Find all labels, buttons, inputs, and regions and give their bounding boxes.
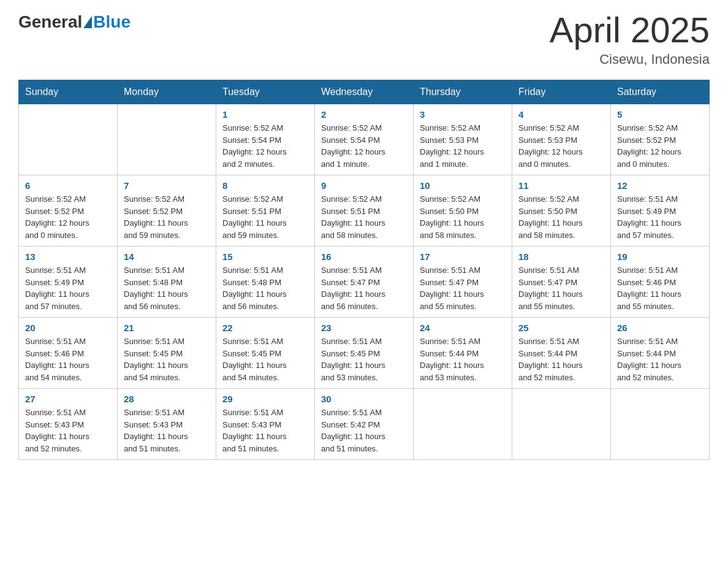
day-info: Sunrise: 5:51 AMSunset: 5:42 PMDaylight:… [321,407,407,454]
day-info: Sunrise: 5:51 AMSunset: 5:48 PMDaylight:… [222,264,308,312]
day-info: Sunrise: 5:52 AMSunset: 5:52 PMDaylight:… [25,193,111,241]
table-row: 28Sunrise: 5:51 AMSunset: 5:43 PMDayligh… [118,389,216,460]
table-row [118,104,216,175]
header-sunday: Sunday [19,80,118,104]
day-info: Sunrise: 5:52 AMSunset: 5:53 PMDaylight:… [518,122,604,170]
day-info: Sunrise: 5:51 AMSunset: 5:49 PMDaylight:… [617,193,703,241]
logo-triangle-icon [83,16,92,28]
table-row: 24Sunrise: 5:51 AMSunset: 5:44 PMDayligh… [414,318,512,389]
day-number: 28 [124,394,210,404]
day-info: Sunrise: 5:51 AMSunset: 5:45 PMDaylight:… [321,335,407,383]
table-row: 19Sunrise: 5:51 AMSunset: 5:46 PMDayligh… [611,247,710,318]
day-info: Sunrise: 5:51 AMSunset: 5:43 PMDaylight:… [124,407,210,454]
day-info: Sunrise: 5:51 AMSunset: 5:46 PMDaylight:… [25,335,111,383]
table-row: 12Sunrise: 5:51 AMSunset: 5:49 PMDayligh… [611,175,710,247]
day-number: 1 [222,109,308,120]
day-number: 8 [222,180,308,191]
day-info: Sunrise: 5:51 AMSunset: 5:49 PMDaylight:… [25,264,111,312]
day-number: 19 [617,251,703,262]
day-number: 21 [124,323,210,333]
table-row: 22Sunrise: 5:51 AMSunset: 5:45 PMDayligh… [216,318,315,389]
table-row: 6Sunrise: 5:52 AMSunset: 5:52 PMDaylight… [19,175,118,247]
day-info: Sunrise: 5:52 AMSunset: 5:54 PMDaylight:… [321,122,407,170]
day-number: 16 [321,251,407,262]
header-saturday: Saturday [611,80,710,104]
table-row: 7Sunrise: 5:52 AMSunset: 5:52 PMDaylight… [118,175,216,247]
table-row: 27Sunrise: 5:51 AMSunset: 5:43 PMDayligh… [19,389,118,460]
calendar-table: Sunday Monday Tuesday Wednesday Thursday… [18,80,710,460]
day-number: 11 [518,180,604,191]
header-friday: Friday [512,80,611,104]
table-row: 14Sunrise: 5:51 AMSunset: 5:48 PMDayligh… [118,247,216,318]
header-thursday: Thursday [414,80,512,104]
day-number: 30 [321,394,407,404]
logo-blue-text: Blue [93,12,131,32]
day-number: 27 [25,394,111,404]
day-number: 10 [420,180,506,191]
day-info: Sunrise: 5:51 AMSunset: 5:45 PMDaylight:… [124,335,210,383]
day-number: 6 [25,180,111,191]
day-number: 3 [420,109,506,120]
header-tuesday: Tuesday [216,80,315,104]
calendar-body: 1Sunrise: 5:52 AMSunset: 5:54 PMDaylight… [19,104,710,460]
day-info: Sunrise: 5:51 AMSunset: 5:44 PMDaylight:… [420,335,506,383]
table-row: 13Sunrise: 5:51 AMSunset: 5:49 PMDayligh… [19,247,118,318]
table-row [19,104,118,175]
day-number: 25 [518,323,604,333]
table-row: 20Sunrise: 5:51 AMSunset: 5:46 PMDayligh… [19,318,118,389]
table-row: 16Sunrise: 5:51 AMSunset: 5:47 PMDayligh… [315,247,414,318]
day-info: Sunrise: 5:52 AMSunset: 5:54 PMDaylight:… [222,122,308,170]
table-row: 18Sunrise: 5:51 AMSunset: 5:47 PMDayligh… [512,247,611,318]
day-info: Sunrise: 5:51 AMSunset: 5:44 PMDaylight:… [617,335,703,383]
day-number: 12 [617,180,703,191]
day-number: 9 [321,180,407,191]
table-row: 26Sunrise: 5:51 AMSunset: 5:44 PMDayligh… [611,318,710,389]
day-number: 24 [420,323,506,333]
table-row: 21Sunrise: 5:51 AMSunset: 5:45 PMDayligh… [118,318,216,389]
day-number: 7 [124,180,210,191]
table-row: 23Sunrise: 5:51 AMSunset: 5:45 PMDayligh… [315,318,414,389]
day-number: 14 [124,251,210,262]
day-info: Sunrise: 5:51 AMSunset: 5:47 PMDaylight:… [420,264,506,312]
title-block: April 2025 Cisewu, Indonesia [550,12,710,67]
table-row: 25Sunrise: 5:51 AMSunset: 5:44 PMDayligh… [512,318,611,389]
day-info: Sunrise: 5:52 AMSunset: 5:53 PMDaylight:… [420,122,506,170]
day-number: 5 [617,109,703,120]
table-row [414,389,512,460]
day-number: 2 [321,109,407,120]
day-info: Sunrise: 5:51 AMSunset: 5:45 PMDaylight:… [222,335,308,383]
day-number: 15 [222,251,308,262]
day-info: Sunrise: 5:52 AMSunset: 5:50 PMDaylight:… [518,193,604,241]
table-row: 4Sunrise: 5:52 AMSunset: 5:53 PMDaylight… [512,104,611,175]
header-monday: Monday [118,80,216,104]
table-row [611,389,710,460]
table-row: 5Sunrise: 5:52 AMSunset: 5:52 PMDaylight… [611,104,710,175]
table-row: 10Sunrise: 5:52 AMSunset: 5:50 PMDayligh… [414,175,512,247]
table-row: 15Sunrise: 5:51 AMSunset: 5:48 PMDayligh… [216,247,315,318]
table-row: 30Sunrise: 5:51 AMSunset: 5:42 PMDayligh… [315,389,414,460]
table-row: 9Sunrise: 5:52 AMSunset: 5:51 PMDaylight… [315,175,414,247]
table-row: 8Sunrise: 5:52 AMSunset: 5:51 PMDaylight… [216,175,315,247]
day-number: 26 [617,323,703,333]
logo-general-text: General [18,12,82,32]
page-header: General Blue April 2025 Cisewu, Indonesi… [18,12,710,67]
table-row: 29Sunrise: 5:51 AMSunset: 5:43 PMDayligh… [216,389,315,460]
day-info: Sunrise: 5:51 AMSunset: 5:48 PMDaylight:… [124,264,210,312]
day-number: 23 [321,323,407,333]
table-row: 1Sunrise: 5:52 AMSunset: 5:54 PMDaylight… [216,104,315,175]
day-info: Sunrise: 5:51 AMSunset: 5:43 PMDaylight:… [25,407,111,454]
month-title: April 2025 [550,12,710,48]
table-row: 11Sunrise: 5:52 AMSunset: 5:50 PMDayligh… [512,175,611,247]
day-info: Sunrise: 5:51 AMSunset: 5:46 PMDaylight:… [617,264,703,312]
location: Cisewu, Indonesia [550,52,710,67]
table-row: 3Sunrise: 5:52 AMSunset: 5:53 PMDaylight… [414,104,512,175]
day-number: 18 [518,251,604,262]
day-info: Sunrise: 5:52 AMSunset: 5:52 PMDaylight:… [617,122,703,170]
table-row: 17Sunrise: 5:51 AMSunset: 5:47 PMDayligh… [414,247,512,318]
day-info: Sunrise: 5:52 AMSunset: 5:52 PMDaylight:… [124,193,210,241]
day-number: 13 [25,251,111,262]
day-info: Sunrise: 5:52 AMSunset: 5:51 PMDaylight:… [222,193,308,241]
table-row [512,389,611,460]
day-number: 22 [222,323,308,333]
day-info: Sunrise: 5:51 AMSunset: 5:43 PMDaylight:… [222,407,308,454]
